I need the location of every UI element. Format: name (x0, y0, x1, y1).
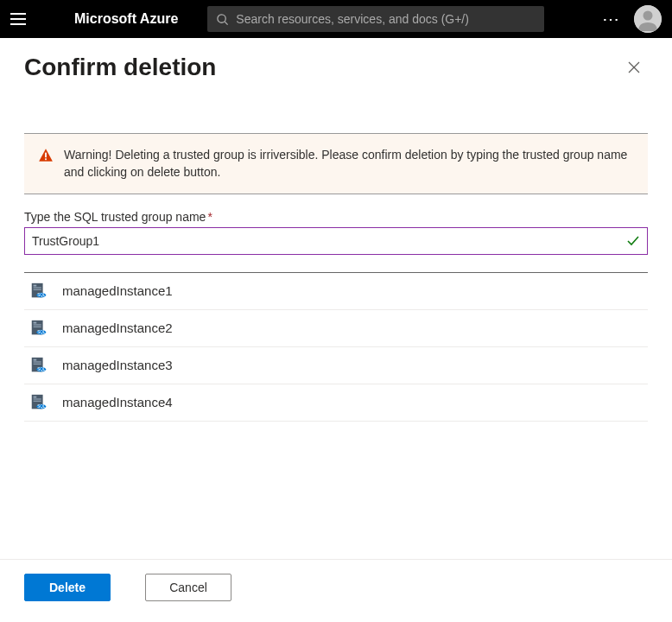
panel-header: Confirm deletion (0, 38, 672, 90)
instance-list: SQL managedInstance1 SQL managedInstance… (24, 272, 648, 422)
svg-rect-22 (34, 361, 41, 362)
svg-rect-23 (34, 363, 41, 364)
hamburger-menu-icon[interactable] (10, 10, 28, 28)
svg-rect-9 (34, 284, 37, 286)
required-indicator: * (207, 210, 212, 224)
svg-rect-21 (34, 359, 37, 360)
trust-group-name-input[interactable] (32, 234, 640, 248)
svg-text:SQL: SQL (37, 293, 46, 297)
svg-rect-15 (34, 321, 37, 323)
sql-instance-icon: SQL (29, 282, 48, 301)
search-icon (216, 13, 229, 26)
svg-rect-16 (34, 324, 41, 325)
field-label: Type the SQL trusted group name* (24, 210, 648, 224)
sql-instance-icon: SQL (29, 319, 48, 338)
close-icon (628, 61, 640, 73)
checkmark-icon (626, 234, 640, 248)
list-item: SQL managedInstance4 (24, 384, 648, 422)
instance-name: managedInstance3 (62, 358, 173, 372)
svg-rect-29 (34, 400, 41, 401)
svg-rect-28 (34, 398, 41, 399)
instance-name: managedInstance1 (62, 283, 173, 298)
trust-group-name-field[interactable] (24, 227, 648, 255)
close-button[interactable] (620, 54, 648, 81)
svg-rect-10 (34, 287, 41, 288)
page-title: Confirm deletion (24, 54, 216, 81)
sql-instance-icon: SQL (29, 356, 48, 375)
brand-label: Microsoft Azure (74, 11, 178, 27)
list-item: SQL managedInstance3 (24, 347, 648, 384)
svg-line-1 (225, 22, 228, 24)
topbar: Microsoft Azure ⋯ (0, 0, 672, 38)
delete-button[interactable]: Delete (24, 574, 111, 601)
instance-name: managedInstance4 (62, 395, 173, 409)
instance-name: managedInstance2 (62, 321, 173, 335)
global-search[interactable] (207, 6, 544, 32)
search-input[interactable] (236, 12, 536, 26)
warning-text: Warning! Deleting a trusted group is irr… (64, 146, 634, 181)
user-avatar[interactable] (634, 5, 662, 33)
more-actions-icon[interactable]: ⋯ (602, 10, 620, 28)
footer: Delete Cancel (0, 559, 672, 622)
svg-rect-7 (45, 158, 47, 160)
svg-text:SQL: SQL (37, 330, 46, 334)
svg-point-0 (218, 14, 225, 22)
warning-banner: Warning! Deleting a trusted group is irr… (24, 133, 648, 194)
svg-text:SQL: SQL (37, 404, 46, 409)
svg-rect-6 (45, 153, 47, 158)
svg-text:SQL: SQL (37, 367, 46, 371)
svg-point-3 (643, 11, 653, 21)
svg-rect-17 (34, 326, 41, 327)
list-item: SQL managedInstance1 (24, 273, 648, 310)
sql-instance-icon: SQL (29, 393, 48, 412)
svg-rect-11 (34, 289, 41, 289)
list-item: SQL managedInstance2 (24, 310, 648, 347)
svg-rect-27 (34, 396, 37, 397)
warning-icon (38, 148, 54, 163)
cancel-button[interactable]: Cancel (145, 574, 231, 601)
